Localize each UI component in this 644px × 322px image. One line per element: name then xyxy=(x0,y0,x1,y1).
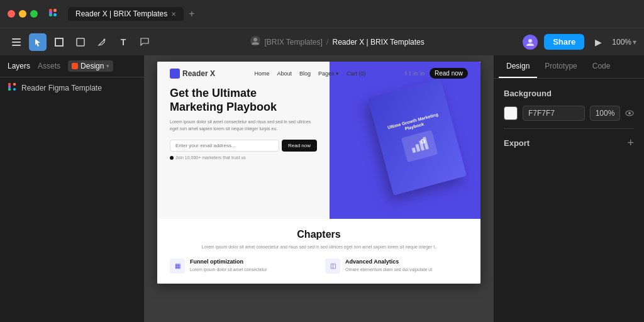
svg-rect-12 xyxy=(77,38,84,46)
svg-point-13 xyxy=(104,38,106,40)
nav-cta-button[interactable]: Read now xyxy=(430,68,468,79)
book-icon xyxy=(401,130,438,163)
pen-tool-button[interactable] xyxy=(93,33,111,51)
toolbar-right: Share ▶ 100% ▾ xyxy=(521,33,636,51)
design-frame: Reader X Home About Blog Pages ▾ Cart (0… xyxy=(157,62,480,284)
svg-rect-7 xyxy=(12,45,21,46)
bullet-dot xyxy=(170,156,174,160)
svg-rect-17 xyxy=(8,83,11,86)
social-facebook[interactable]: f xyxy=(405,70,407,77)
social-in2[interactable]: in xyxy=(420,70,425,77)
chapter-desc-2: Ornare elementum diam sed dui vulputate … xyxy=(345,267,432,273)
export-add-button[interactable]: + xyxy=(627,136,634,150)
svg-rect-19 xyxy=(8,88,11,91)
tab-design[interactable]: Design ▾ xyxy=(68,60,113,72)
tab-code[interactable]: Code xyxy=(585,55,618,78)
social-twitter[interactable]: t xyxy=(409,70,411,77)
layer-item-reader[interactable]: Reader Figma Template xyxy=(0,77,144,98)
frame-tool-button[interactable] xyxy=(50,33,68,51)
nav-links: Home About Blog Pages ▾ Cart (0) xyxy=(254,70,365,77)
active-tab[interactable]: Reader X | BRIX Templates ✕ xyxy=(68,7,184,21)
svg-point-28 xyxy=(628,112,631,114)
panel-tabs: Layers Assets Design ▾ xyxy=(0,55,144,77)
select-tool-button[interactable] xyxy=(29,33,47,51)
visibility-toggle-button[interactable] xyxy=(625,108,634,118)
chapter-item-2: ◫ Advanced Analytics Ornare elementum di… xyxy=(325,258,468,274)
svg-rect-23 xyxy=(415,143,420,152)
hero-email-form: Read now xyxy=(170,140,317,152)
tab-assets[interactable]: Assets xyxy=(38,62,60,70)
comment-tool-button[interactable] xyxy=(136,33,153,51)
tab-design-right[interactable]: Design xyxy=(499,55,537,78)
background-section-label: Background xyxy=(504,89,634,98)
play-button[interactable]: ▶ xyxy=(589,33,607,51)
right-panel-content: Background F7F7F7 100% Export + xyxy=(494,79,644,160)
chapter-item-1: ▦ Funnel optimization Lorem ipsum dolor … xyxy=(170,258,313,274)
right-panel: Design Prototype Code Background F7F7F7 … xyxy=(493,55,644,322)
funnel-icon: ▦ xyxy=(175,262,180,269)
svg-point-20 xyxy=(13,88,16,91)
social-links: f t in in xyxy=(405,70,425,77)
nav-link-cart[interactable]: Cart (0) xyxy=(347,70,366,77)
svg-point-16 xyxy=(528,39,532,43)
logo-icon xyxy=(170,69,180,79)
chapter-title-1: Funnel optimization xyxy=(190,258,267,265)
chapter-text-2: Advanced Analytics Ornare elementum diam… xyxy=(345,258,432,273)
new-tab-button[interactable]: + xyxy=(189,8,194,19)
svg-rect-4 xyxy=(49,11,52,14)
nav-link-blog[interactable]: Blog xyxy=(299,70,311,77)
color-hex-input[interactable]: F7F7F7 xyxy=(523,106,585,121)
tab-prototype[interactable]: Prototype xyxy=(537,55,584,78)
background-color-row: F7F7F7 100% xyxy=(504,106,634,121)
nav-link-pages[interactable]: Pages ▾ xyxy=(318,70,339,77)
hero-email-input[interactable] xyxy=(170,140,279,152)
chapters-subtitle: Lorem ipsum dolor sit amet consectetur a… xyxy=(170,244,468,251)
design-icon xyxy=(72,63,78,69)
text-tool-button[interactable]: T xyxy=(114,33,132,51)
svg-rect-9 xyxy=(55,45,64,47)
nav-logo-text: Reader X xyxy=(182,69,215,78)
svg-point-15 xyxy=(253,38,257,42)
nav-link-about[interactable]: About xyxy=(277,70,292,77)
svg-rect-5 xyxy=(12,38,21,40)
opacity-input[interactable]: 100% xyxy=(590,106,620,121)
menu-button[interactable] xyxy=(8,33,25,51)
traffic-lights xyxy=(8,10,38,18)
share-button[interactable]: Share xyxy=(544,34,584,50)
breadcrumb-separator: / xyxy=(326,37,329,47)
chapter-icon-1: ▦ xyxy=(170,258,185,274)
toolbar-center: [BRIX Templates] / Reader X | BRIX Templ… xyxy=(157,36,518,48)
titlebar: Reader X | BRIX Templates ✕ + xyxy=(0,0,644,28)
design-chevron-icon: ▾ xyxy=(106,63,109,69)
svg-rect-21 xyxy=(8,86,11,88)
svg-point-3 xyxy=(53,13,57,16)
chapters-grid: ▦ Funnel optimization Lorem ipsum dolor … xyxy=(170,258,468,274)
hero-content: Get the Ultimate Marketing Playbook Lore… xyxy=(157,62,330,219)
zoom-control[interactable]: 100% ▾ xyxy=(612,38,636,47)
user-avatar-small xyxy=(250,36,260,48)
canvas[interactable]: Reader X Home About Blog Pages ▾ Cart (0… xyxy=(145,55,493,322)
color-swatch[interactable] xyxy=(504,106,518,120)
layer-name: Reader Figma Template xyxy=(21,84,102,92)
tab-bar: Reader X | BRIX Templates ✕ + xyxy=(68,7,195,21)
export-label: Export xyxy=(504,138,530,148)
social-in1[interactable]: in xyxy=(413,70,418,77)
svg-rect-18 xyxy=(13,83,16,86)
tab-close-button[interactable]: ✕ xyxy=(171,11,176,18)
breadcrumb-org: [BRIX Templates] xyxy=(264,38,322,47)
shape-tool-button[interactable] xyxy=(72,33,89,51)
chapters-section: Chapters Lorem ipsum dolor sit amet cons… xyxy=(157,219,480,284)
left-panel: Layers Assets Design ▾ Reader Figma Temp… xyxy=(0,55,145,322)
hero-cta-button[interactable]: Read now xyxy=(282,140,317,152)
analytics-icon: ◫ xyxy=(330,262,336,269)
nav-link-home[interactable]: Home xyxy=(254,70,269,77)
fullscreen-traffic-light[interactable] xyxy=(30,10,38,18)
nav-right: f t in in Read now xyxy=(405,68,468,79)
chart-icon xyxy=(408,135,431,158)
svg-rect-6 xyxy=(12,42,21,43)
figma-logo xyxy=(48,8,58,20)
minimize-traffic-light[interactable] xyxy=(19,10,26,18)
close-traffic-light[interactable] xyxy=(8,10,15,18)
collaborators-avatars xyxy=(521,33,539,51)
tab-layers[interactable]: Layers xyxy=(8,62,30,70)
